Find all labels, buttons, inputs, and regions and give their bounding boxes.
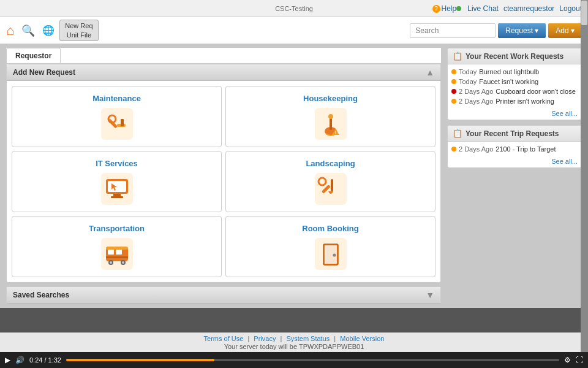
add-new-request-panel: Add New Request ▲ Maintenance [6,64,441,283]
transportation-icon [101,238,133,270]
trip-requests-list: 2 Days Ago 2100 - Trip to Target [448,142,581,156]
play-button[interactable]: ▶ [5,356,10,364]
svg-rect-12 [108,181,126,192]
work-request-desc-3[interactable]: Cupboard door won't close [496,88,576,95]
work-requests-list: Today Burned out lightbulb Today Faucet … [448,64,581,109]
saved-searches-title: Saved Searches [13,291,69,299]
new-req-line2: Unit File [67,31,91,39]
add-new-request-title: Add New Request [13,68,75,77]
tab-bar: Requestor [6,48,441,64]
add-button[interactable]: Add ▾ [548,23,582,38]
housekeeping-title: Housekeeping [303,94,358,103]
work-request-desc-2[interactable]: Faucet isn't working [479,78,538,85]
progress-bar[interactable] [66,359,559,361]
work-request-item: Today Faucet isn't working [451,77,578,86]
terms-link[interactable]: Terms of Use [204,335,244,342]
svg-rect-22 [108,250,114,255]
globe-icon: 🌐 [42,25,55,36]
svg-rect-23 [116,250,122,255]
recent-trip-header: 📋 Your Recent Trip Requests [448,126,581,142]
it-services-title: IT Services [96,159,138,168]
scrollbar-thumb[interactable] [581,1,587,25]
collapse-button[interactable]: ▲ [426,67,434,77]
svg-rect-29 [106,247,128,250]
scrollbar[interactable] [581,0,588,352]
trip-requests-see-all-link[interactable]: See all... [448,156,581,167]
work-request-date-4: 2 Days Ago [459,98,493,105]
work-request-date-1: Today [459,68,477,75]
room-booking-card[interactable]: Room Booking [225,216,435,277]
work-request-desc-4[interactable]: Printer isn't working [496,98,554,105]
main-content: Requestor Add New Request ▲ Maintenance [0,44,588,308]
saved-searches-header: Saved Searches ▼ [7,287,440,304]
right-panel: 📋 Your Recent Work Requests Today Burned… [447,48,582,304]
trip-request-desc-1[interactable]: 2100 - Trip to Target [496,145,556,153]
add-button-label: Add ▾ [556,26,575,35]
svg-rect-19 [331,179,333,191]
status-dot-3 [451,89,456,94]
work-request-desc-1[interactable]: Burned out lightbulb [479,68,539,75]
home-icon[interactable]: ⌂ [6,23,14,39]
landscaping-icon [315,173,347,205]
add-new-request-header: Add New Request ▲ [7,64,440,81]
svg-rect-24 [106,256,128,258]
mobile-version-link[interactable]: Mobile Version [340,335,384,342]
recent-work-header: 📋 Your Recent Work Requests [448,48,581,64]
system-status-link[interactable]: System Status [286,335,330,342]
logout-link[interactable]: Logout [559,4,582,13]
housekeeping-card[interactable]: Housekeeping ! [225,86,435,147]
transportation-title: Transportation [89,224,145,233]
landscaping-title: Landscaping [306,159,355,168]
footer: Terms of Use | Privacy | System Status |… [0,332,588,352]
svg-rect-14 [111,196,123,198]
svg-rect-0 [101,108,133,140]
work-request-item: 2 Days Ago Cupboard door won't close [451,86,578,96]
status-dot-1 [451,69,456,74]
search-input[interactable] [410,23,496,38]
work-request-item: Today Burned out lightbulb [451,67,578,77]
it-services-card[interactable]: IT Services [12,151,222,212]
housekeeping-icon: ! [315,108,347,140]
volume-button[interactable]: 🔊 [15,356,24,364]
saved-searches-collapse[interactable]: ▼ [426,290,434,300]
user-link[interactable]: cteamrequestor [503,4,554,13]
video-bar: ▶ 🔊 0:24 / 1:32 ⚙ ⛶ [0,352,588,368]
room-booking-icon [315,238,347,270]
svg-rect-13 [113,194,121,196]
svg-point-28 [122,261,124,264]
search-area: Request ▾ Add ▾ [410,23,582,38]
privacy-link[interactable]: Privacy [254,335,276,342]
help-link[interactable]: Help [432,4,457,13]
trip-request-date-1: 2 Days Ago [459,145,493,153]
work-request-date-2: Today [459,78,477,85]
fullscreen-button[interactable]: ⛶ [576,356,583,364]
maintenance-title: Maintenance [92,94,141,103]
svg-point-26 [110,261,112,264]
maintenance-card[interactable]: Maintenance [12,86,222,147]
landscaping-card[interactable]: Landscaping [225,151,435,212]
settings-button[interactable]: ⚙ [564,356,571,364]
work-request-item: 2 Days Ago Printer isn't working [451,96,578,106]
transportation-card[interactable]: Transportation [12,216,222,277]
status-dot-4 [451,99,456,104]
clipboard-icon: 📋 [453,52,462,61]
requestor-tab[interactable]: Requestor [6,48,61,63]
time-display: 0:24 / 1:32 [29,356,61,364]
recent-trip-title: Your Recent Trip Requests [466,129,559,138]
nav-bar: ⌂ 🔍 🌐 New Req Unit File Request ▾ Add ▾ [0,17,588,44]
work-request-date-3: 2 Days Ago [459,88,493,95]
live-chat-link[interactable]: Live Chat [467,4,499,13]
search-icon[interactable]: 🔍 [21,24,35,37]
recent-work-requests-panel: 📋 Your Recent Work Requests Today Burned… [447,48,582,120]
live-chat-dot [456,4,462,13]
new-req-button[interactable]: New Req Unit File [59,20,98,41]
trip-status-dot-1 [451,147,456,151]
request-button-label: Request ▾ [505,26,538,35]
recent-trip-requests-panel: 📋 Your Recent Trip Requests 2 Days Ago 2… [447,125,582,168]
progress-bar-fill [66,359,214,361]
status-dot-2 [451,79,456,84]
request-button[interactable]: Request ▾ [498,23,546,38]
work-requests-see-all-link[interactable]: See all... [448,109,581,120]
left-panel: Requestor Add New Request ▲ Maintenance [6,48,441,304]
trip-clipboard-icon: 📋 [453,129,462,138]
